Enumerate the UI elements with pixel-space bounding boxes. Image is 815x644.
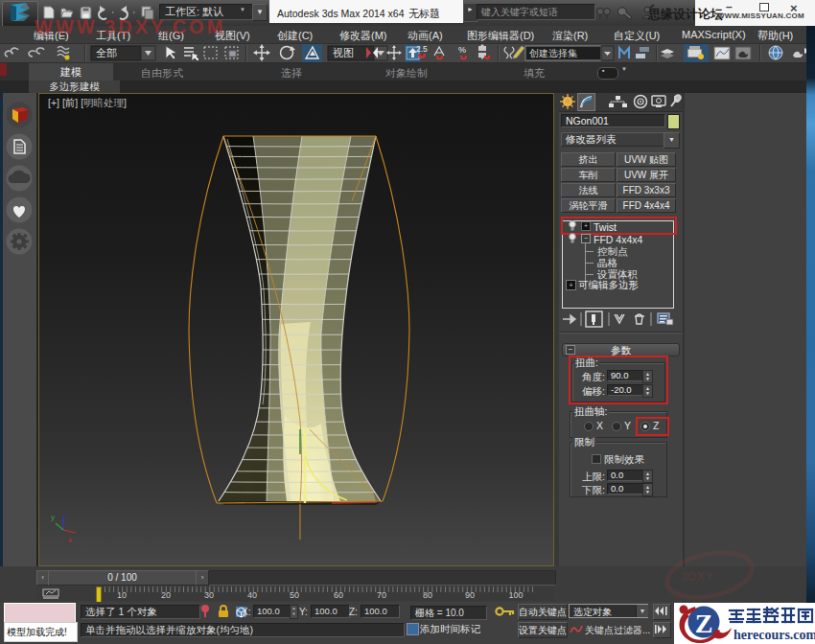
svg-text:100: 100 — [508, 590, 523, 600]
svg-text:80: 80 — [423, 590, 432, 600]
svg-text:herecours.com: herecours.com — [734, 628, 815, 642]
svg-text:10: 10 — [117, 590, 127, 600]
svg-text:Z: Z — [695, 609, 713, 638]
svg-text:30: 30 — [204, 590, 214, 600]
svg-text:2.5: 2.5 — [416, 44, 428, 54]
svg-text:60: 60 — [334, 590, 343, 600]
svg-text:70: 70 — [377, 590, 386, 600]
svg-text:%: % — [458, 45, 466, 55]
svg-text:3DXY: 3DXY — [681, 569, 713, 584]
svg-text:y: y — [51, 513, 55, 521]
svg-text:50: 50 — [290, 590, 299, 600]
svg-text:全部: 全部 — [96, 47, 117, 58]
svg-text:视图: 视图 — [333, 47, 354, 58]
svg-text:x: x — [68, 536, 72, 544]
svg-text:40: 40 — [247, 590, 257, 600]
svg-text:20: 20 — [161, 590, 171, 600]
svg-text:创建选择集: 创建选择集 — [529, 48, 577, 58]
svg-text:90: 90 — [465, 590, 475, 600]
